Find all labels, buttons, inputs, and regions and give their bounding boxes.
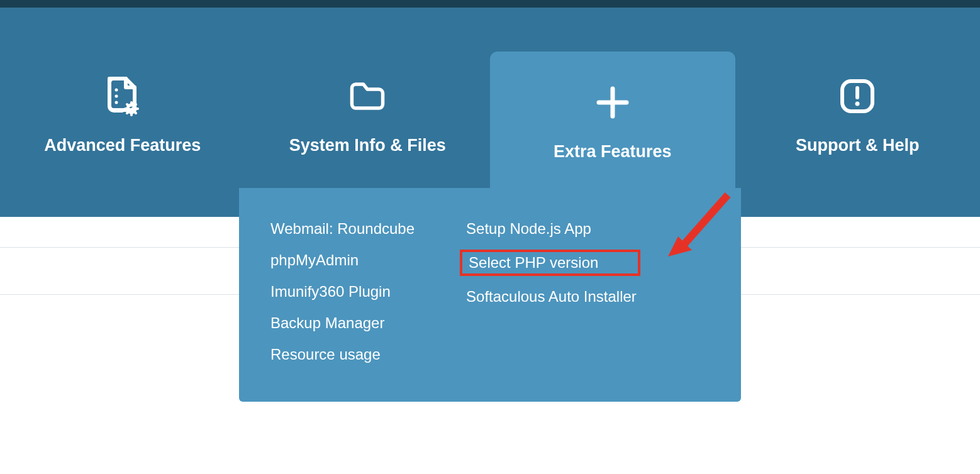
alert-square-icon [838,75,876,117]
svg-line-7 [681,195,728,248]
nav-tab-system-info-files[interactable]: System Info & Files [245,8,491,217]
dropdown-link-resource-usage[interactable]: Resource usage [267,344,418,365]
svg-point-5 [855,102,860,106]
nav-label: Extra Features [554,142,672,162]
dropdown-link-backup-manager[interactable]: Backup Manager [267,312,418,334]
folder-icon [348,75,386,117]
dropdown-link-imunify360-plugin[interactable]: Imunify360 Plugin [267,281,418,302]
nav-tab-advanced-features[interactable]: Advanced Features [0,8,245,217]
nav-label: System Info & Files [289,136,446,155]
dropdown-column-2: Setup Node.js App Select PHP version Sof… [462,218,640,365]
dropdown-link-select-php-version[interactable]: Select PHP version [460,250,640,276]
nav-label: Support & Help [796,136,920,155]
file-gear-icon [104,75,142,117]
annotation-arrow-icon [668,189,737,267]
dropdown-link-setup-nodejs-app[interactable]: Setup Node.js App [462,218,640,240]
nav-tab-support-help[interactable]: Support & Help [735,8,981,217]
dropdown-extra-features: Webmail: Roundcube phpMyAdmin Imunify360… [239,188,741,402]
dropdown-link-webmail-roundcube[interactable]: Webmail: Roundcube [267,218,418,240]
top-bar [0,0,980,8]
nav-header: Advanced Features System Info & Files Ex… [0,8,980,217]
svg-point-2 [114,101,118,104]
plus-icon [594,82,632,123]
nav-label: Advanced Features [44,136,201,155]
dropdown-link-softaculous-auto-installer[interactable]: Softaculous Auto Installer [462,286,640,307]
dropdown-column-1: Webmail: Roundcube phpMyAdmin Imunify360… [267,218,418,365]
dropdown-link-phpmyadmin[interactable]: phpMyAdmin [267,250,418,271]
svg-point-1 [114,95,118,98]
svg-point-0 [114,89,118,92]
